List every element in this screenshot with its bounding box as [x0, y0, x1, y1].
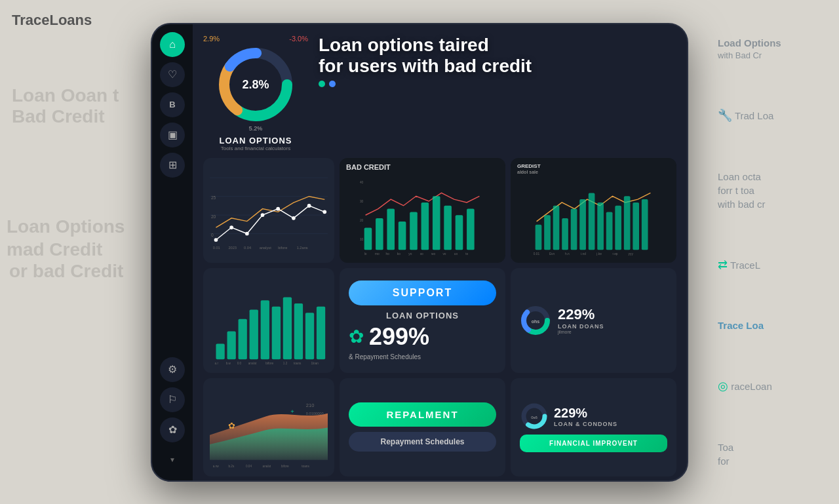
- svg-rect-74: [272, 306, 281, 359]
- svg-text:bifore: bifore: [278, 246, 287, 250]
- svg-text:yo: yo: [408, 252, 412, 256]
- svg-text:1loan: 1loan: [311, 361, 319, 364]
- bg-right-item-6: ◎ raceLoan: [718, 378, 829, 395]
- donut-bottom-label: 5.2%: [249, 125, 263, 132]
- svg-text:lo: lo: [364, 252, 367, 256]
- sidebar-icon-settings[interactable]: ⚙: [160, 357, 185, 382]
- sidebar-icon-monitor[interactable]: ▣: [160, 123, 185, 147]
- support-button[interactable]: SUPPORT: [349, 281, 496, 305]
- bg-right-item-1: Load Options with Bad Cr: [718, 36, 829, 62]
- background-logo: TraceLoans: [12, 12, 92, 29]
- stat-row-299: ✿ 299%: [349, 323, 496, 351]
- line-chart-svg: 0 20 25 0.01 2023: [210, 165, 328, 256]
- svg-point-17: [307, 204, 311, 208]
- repayment-widget: REPALMENT Repayment Schedules: [340, 378, 505, 476]
- svg-text:0s6: 0s6: [531, 416, 537, 419]
- svg-rect-55: [589, 193, 595, 250]
- svg-text:0.04: 0.04: [244, 246, 251, 250]
- svg-text:ohs: ohs: [532, 319, 540, 324]
- svg-text:to: to: [465, 252, 468, 256]
- svg-rect-25: [364, 227, 372, 250]
- sidebar-icon-message[interactable]: B: [160, 92, 185, 117]
- svg-text:j.ke: j.ke: [596, 252, 602, 256]
- sidebar-icon-flower[interactable]: ✿: [160, 417, 185, 442]
- svg-text:0.0100000: 0.0100000: [306, 411, 324, 415]
- loans-donut-svg: ohs: [520, 305, 551, 336]
- bg-text-2: Bad Credit: [12, 106, 105, 127]
- svg-text:20: 20: [211, 214, 216, 218]
- svg-rect-33: [456, 215, 463, 250]
- svg-text:mo: mo: [375, 252, 380, 256]
- sidebar-icon-person[interactable]: ⚐: [160, 387, 185, 412]
- gredist-bar-chart: 0.01 Evn h.n i.nd j.ke r.ep yyy: [517, 165, 670, 256]
- race-loan-icon: ◎: [718, 379, 728, 393]
- svg-rect-51: [553, 205, 560, 250]
- stat-299-content: 299%: [369, 323, 429, 351]
- svg-rect-73: [261, 300, 269, 359]
- svg-rect-70: [227, 331, 236, 359]
- bad-credit-label: BAD CREDIT: [346, 163, 391, 171]
- sidebar-icon-home[interactable]: ⌂: [160, 32, 185, 57]
- svg-rect-58: [615, 205, 621, 250]
- trace-icon: ⇄: [718, 258, 728, 271]
- sidebar: ⌂ ♡ B ▣ ⊞ ⚙ ⚐ ✿ ▼: [152, 24, 193, 480]
- svg-point-12: [229, 225, 233, 229]
- bad-credit-bar-chart: lo mo ho ko yo xo wo vo uo to 40 30 20 1…: [346, 165, 499, 256]
- sidebar-icon-grid[interactable]: ⊞: [160, 153, 185, 178]
- financial-improvement-button[interactable]: FINANCIAL IMPROVENT: [520, 435, 667, 452]
- svg-rect-71: [239, 319, 247, 359]
- sidebar-icon-heart[interactable]: ♡: [160, 62, 185, 87]
- donut-center-value: 2.8%: [242, 77, 269, 91]
- loan-options-widget-label: LOAN OPTIONS: [349, 311, 496, 320]
- area-chart-svg: ✿ + 210 0.0100000 a.rw b.2s 0.04 analst …: [210, 385, 328, 470]
- support-widget: SUPPORT LOAN OPTIONS ✿ 299% & Repayment …: [340, 268, 505, 373]
- repayment-button[interactable]: REPALMENT: [349, 402, 496, 427]
- svg-rect-29: [410, 212, 418, 250]
- stat-229b-box: 0s6 229% LOAN & CONDONS: [520, 402, 667, 431]
- svg-text:bifore: bifore: [265, 361, 273, 364]
- svg-text:Evn: Evn: [549, 252, 555, 256]
- svg-text:b.w: b.w: [226, 361, 231, 364]
- svg-rect-30: [421, 202, 429, 249]
- svg-text:bifore: bifore: [281, 465, 289, 468]
- bg-text-5: or bad Credit: [9, 261, 123, 282]
- bg-right-item-3: Loan octa forr t toa with bad cr: [718, 170, 829, 211]
- svg-rect-76: [294, 303, 303, 359]
- svg-text:toans: toans: [294, 361, 302, 364]
- repayment-schedule-button[interactable]: Repayment Schedules: [349, 432, 496, 452]
- svg-text:1.2: 1.2: [283, 361, 288, 364]
- svg-text:0: 0: [211, 233, 214, 237]
- stat-229b-label: LOAN & CONDONS: [554, 421, 617, 427]
- donut-labels: 2.9% -3.0%: [203, 35, 308, 43]
- bg-right-item-4: ⇄ TraceL: [718, 257, 829, 273]
- stat-229b-content: 229% LOAN & CONDONS: [554, 406, 617, 427]
- bg-right-item-2: 🔧 Trad Loa: [718, 107, 829, 124]
- bg-text-4: mad Credit: [7, 239, 102, 260]
- bg-right-item-7: Toa for: [718, 440, 829, 468]
- svg-text:1.2ans: 1.2ans: [297, 246, 308, 250]
- stat-229-label: LOAN DOANS: [558, 323, 667, 330]
- main-content: 2.9% -3.0% 2.8% 5.2: [193, 24, 687, 480]
- svg-rect-53: [571, 208, 577, 250]
- svg-point-16: [292, 216, 296, 220]
- loans-stat-box: ohs 229% LOAN DOANS jilmore: [511, 268, 676, 373]
- svg-text:uo: uo: [454, 252, 458, 256]
- svg-text:yyy: yyy: [629, 252, 634, 256]
- svg-rect-75: [283, 297, 292, 359]
- svg-text:analst: analst: [263, 465, 271, 468]
- svg-text:wo: wo: [431, 252, 435, 256]
- svg-text:toans: toans: [302, 465, 309, 468]
- sidebar-icon-down[interactable]: ▼: [160, 448, 185, 473]
- svg-text:vo: vo: [442, 252, 446, 256]
- svg-rect-61: [642, 199, 648, 250]
- svg-text:0.04: 0.04: [246, 465, 252, 468]
- svg-rect-28: [399, 221, 406, 249]
- bar-chart-2-box: a.r b.w 0.0 analst bifore 1.2 toans 1loa…: [203, 268, 334, 373]
- svg-text:analst: analst: [248, 361, 257, 364]
- svg-text:40: 40: [360, 180, 364, 184]
- svg-point-13: [245, 231, 249, 235]
- svg-rect-50: [544, 215, 551, 250]
- trad-loan-icon: 🔧: [718, 109, 732, 122]
- donut-label-right: -3.0%: [289, 35, 308, 43]
- loan-options-title: LOAN OPTIONS: [220, 136, 292, 145]
